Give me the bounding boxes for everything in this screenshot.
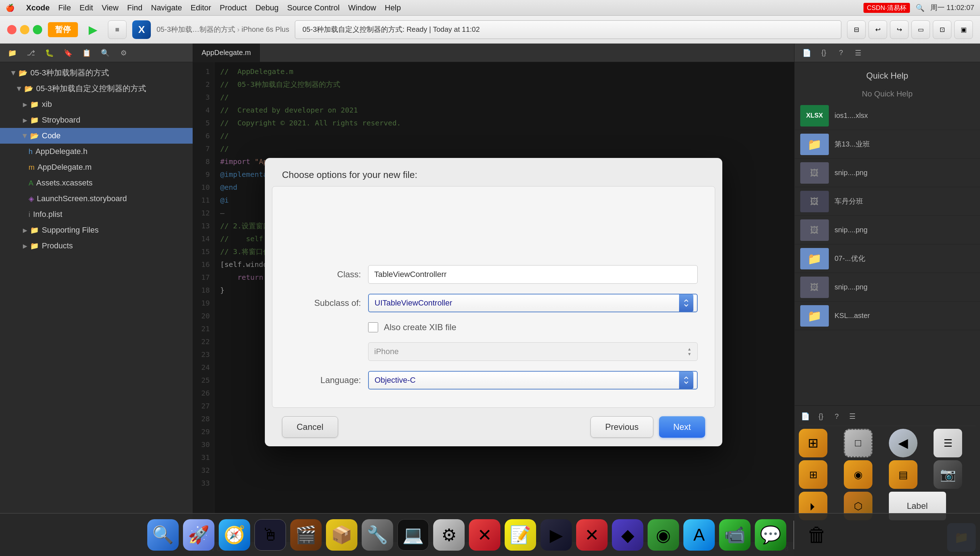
icon-camera-item[interactable]: 📷 [933,460,962,489]
icon-table-item[interactable]: ▤ [889,460,917,489]
sidebar-icon-log[interactable]: 📋 [80,47,93,59]
dock-facetime[interactable]: 📹 [719,519,750,551]
menu-source-control[interactable]: Source Control [287,3,340,13]
layout-btn-5[interactable]: ⊡ [933,20,951,39]
menu-window[interactable]: Window [348,3,376,13]
dock-terminal[interactable]: 💻 [398,519,429,551]
dock-app2[interactable]: ✕ [576,519,608,551]
menu-editor[interactable]: Editor [191,3,211,13]
menu-product[interactable]: Product [220,3,247,13]
dock-keka[interactable]: 📦 [326,519,357,551]
sidebar-item-code-folder[interactable]: ▶ 📂 Code [0,128,192,144]
right-file-folder2[interactable]: 📁 07-...优化 [794,244,980,273]
xib-checkbox[interactable] [368,322,378,332]
sidebar-icon-bug[interactable]: 🐛 [43,47,56,59]
layout-btn-2[interactable]: ↩ [868,20,887,39]
library-list-btn[interactable]: ☰ [846,410,859,423]
dock-trash[interactable]: 🗑 [801,519,833,551]
sidebar-item-xib[interactable]: ▶ 📁 xib [0,97,192,112]
run-button[interactable]: ▶ [84,20,102,39]
icon-selection-item[interactable]: □ [844,429,872,457]
inspector-file-tab[interactable]: 📄 [800,47,813,59]
sidebar-item-infoplist[interactable]: i Info.plist [0,207,192,222]
minimize-button[interactable] [20,25,29,34]
stop-button[interactable]: ■ [108,20,126,39]
dock-tool1[interactable]: 🔧 [362,519,393,551]
search-icon[interactable]: 🔍 [916,3,925,12]
class-input[interactable] [368,265,698,284]
sidebar-icon-settings[interactable]: ⚙ [117,47,130,59]
right-file-png3[interactable]: 🖼 snip....png [794,273,980,302]
dock-safari[interactable]: 🧭 [219,519,250,551]
icon-grid2-item[interactable]: ⊞ [799,460,827,489]
menu-find[interactable]: Find [127,3,142,13]
icon-list-item[interactable]: ☰ [933,429,962,457]
previous-button[interactable]: Previous [590,416,653,438]
sidebar-icon-find[interactable]: 🔍 [99,47,112,59]
right-file-img2[interactable]: 🖼 车丹分班 [794,187,980,216]
sidebar-item-launchscreen[interactable]: ◈ LaunchScreen.storyboard [0,191,192,207]
menu-navigate[interactable]: Navigate [151,3,182,13]
layout-btn-4[interactable]: ▭ [911,20,930,39]
library-help-btn[interactable]: ? [830,410,843,423]
menu-edit[interactable]: Edit [79,3,93,13]
sidebar-item-supporting[interactable]: ▶ 📁 Supporting Files [0,222,192,238]
inspector-code-tab[interactable]: {} [817,47,830,59]
dock-notes[interactable]: 📝 [505,519,536,551]
sidebar-project-label: 05-3种加载自定义控制器的方式 [36,83,146,94]
xcode-icon: X [132,20,151,39]
icon-back-item[interactable]: ◀ [889,429,917,457]
menu-xcode[interactable]: Xcode [26,3,50,13]
dock-mousepose[interactable]: 🖱 [254,519,286,551]
icon-grid-item[interactable]: ⊞ [799,429,827,457]
sidebar-item-storyboard-folder[interactable]: ▶ 📁 Stroyboard [0,112,192,128]
language-select[interactable]: Objective-C [368,371,698,390]
sidebar-item-project[interactable]: ▶ 📂 05-3种加载自定义控制器的方式 [0,81,192,97]
right-file-folder3[interactable]: 📁 KSL...aster [794,302,980,330]
cancel-button[interactable]: Cancel [282,416,338,438]
menu-view[interactable]: View [102,3,118,13]
layout-btn-6[interactable]: ▣ [954,20,973,39]
dock-app3[interactable]: ◆ [612,519,643,551]
icon-toggle-item[interactable]: ◉ [844,460,872,489]
menu-file[interactable]: File [58,3,71,13]
dock-xmind[interactable]: ✕ [469,519,500,551]
right-file-png1[interactable]: 🖼 snip....png [794,158,980,187]
menu-help[interactable]: Help [385,3,401,13]
subclass-select[interactable]: UITableViewController [368,294,698,312]
dock-launchpad[interactable]: 🚀 [183,519,214,551]
sidebar-item-products[interactable]: ▶ 📁 Products [0,238,192,254]
class-label: Class: [289,270,361,280]
next-button[interactable]: Next [659,416,705,438]
dock-messages[interactable]: 💬 [755,519,786,551]
right-file-folder1[interactable]: 📁 第13...业班 [794,130,980,158]
inspector-attr-tab[interactable]: ☰ [852,47,865,59]
close-button[interactable] [7,25,16,34]
apple-menu[interactable]: 🍎 [6,3,15,12]
sidebar-item-appdelegate-h[interactable]: h AppDelegate.h [0,144,192,159]
layout-btn-3[interactable]: ↪ [890,20,909,39]
dock-iterm[interactable]: ▶ [540,519,572,551]
tab-appdelegate[interactable]: AppDelegate.m [193,44,260,62]
sidebar-icon-git[interactable]: ⎇ [24,47,37,59]
stepper-arrows[interactable]: ▲ ▼ [687,347,692,357]
library-file-btn[interactable]: 📄 [799,410,812,423]
sidebar-icon-bookmark[interactable]: 🔖 [61,47,74,59]
layout-btn-1[interactable]: ⊟ [847,20,866,39]
dock-sysprefs[interactable]: ⚙ [433,519,465,551]
zoom-button[interactable] [33,25,42,34]
sidebar-item-assets[interactable]: A Assets.xcassets [0,175,192,191]
menu-debug[interactable]: Debug [256,3,279,13]
sidebar-icon-folder[interactable]: 📁 [6,47,19,59]
right-file-png2[interactable]: 🖼 snip....png [794,216,980,244]
sidebar-item-appdelegate-m[interactable]: m AppDelegate.m [0,159,192,175]
dock-appstore[interactable]: A [683,519,715,551]
dock-app4[interactable]: ◉ [648,519,679,551]
library-code-btn[interactable]: {} [815,410,827,423]
right-file-xlsx[interactable]: XLSX ios1....xlsx [794,102,980,130]
dock-vidproj[interactable]: 🎬 [290,519,322,551]
inspector-quick-help-tab[interactable]: ? [834,47,847,59]
sidebar-item-root[interactable]: ▶ 📂 05-3种加载制器的方式 [0,65,192,81]
dock-finder[interactable]: 🔍 [147,519,179,551]
triangle-icon: ▶ [23,242,27,249]
